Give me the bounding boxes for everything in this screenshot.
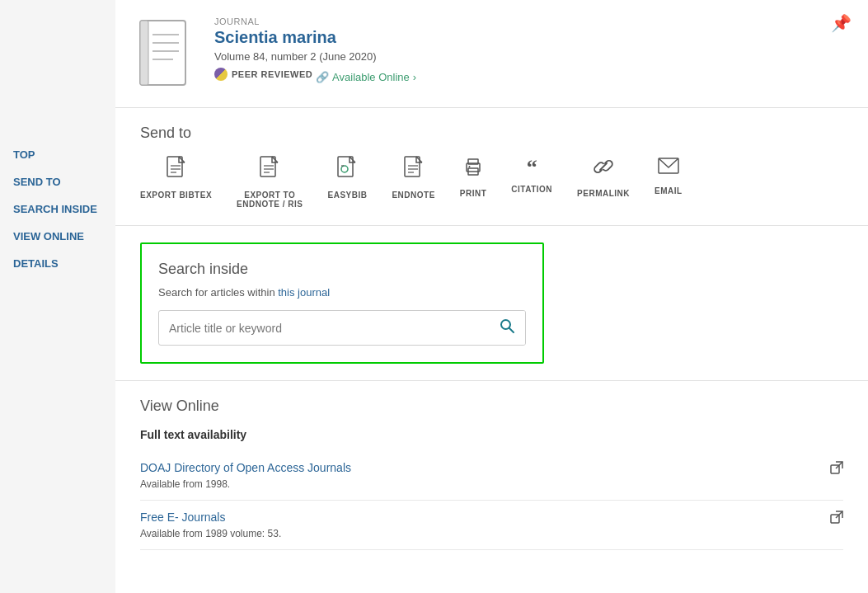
email-icon (657, 155, 680, 181)
export-endnote-label: EXPORT TO ENDNOTE / RIS (237, 191, 303, 209)
citation-icon: “ (527, 155, 537, 180)
send-to-export-bibtex[interactable]: EXPORT BIBTEX (140, 155, 212, 200)
external-link-icon-doaj (830, 461, 843, 477)
send-to-section: Send to EXPORT BIBTEX (115, 108, 868, 226)
online-link-row-doaj: DOAJ Directory of Open Access Journals A… (140, 451, 843, 501)
online-link-row-free-ejournals: Free E- Journals Available from 1989 vol… (140, 501, 843, 550)
search-inside-desc-plain: Search for articles within (158, 286, 278, 299)
search-inside-button[interactable] (489, 311, 525, 345)
permalink-icon (592, 155, 615, 184)
sidebar-item-details[interactable]: DETAILS (13, 257, 102, 270)
endnote-label: ENDNOTE (392, 191, 434, 200)
svg-rect-14 (338, 157, 353, 176)
available-online-link[interactable]: 🔗 Available Online › (316, 71, 416, 83)
journal-info: JOURNAL Scientia marina Volume 84, numbe… (214, 16, 843, 87)
sidebar-item-view-online[interactable]: VIEW ONLINE (13, 230, 102, 242)
export-bibtex-icon (165, 155, 188, 186)
svg-rect-10 (260, 157, 275, 176)
view-online-title: View Online (140, 398, 843, 415)
send-to-permalink[interactable]: PERMALINK (577, 155, 630, 198)
search-inside-input[interactable] (159, 313, 489, 343)
search-inside-journal-link[interactable]: this journal (278, 286, 330, 299)
svg-rect-17 (405, 157, 420, 176)
journal-label: JOURNAL (214, 16, 843, 26)
send-to-print[interactable]: PRINT (460, 155, 487, 198)
search-button-icon (499, 318, 515, 334)
permalink-label: PERMALINK (577, 189, 630, 198)
svg-point-15 (341, 166, 348, 172)
journal-header: JOURNAL Scientia marina Volume 84, numbe… (115, 0, 868, 108)
svg-rect-1 (140, 21, 148, 85)
available-online-text: Available Online (332, 71, 410, 83)
peer-reviewed-icon (214, 68, 228, 81)
search-inside-desc: Search for articles within this journal (158, 286, 526, 299)
search-input-row (158, 310, 526, 346)
search-inside-section: Search inside Search for articles within… (115, 226, 868, 381)
sidebar-item-search-inside[interactable]: SEARCH INSIDE (13, 203, 102, 215)
link-icon: 🔗 (316, 71, 329, 83)
journal-volume: Volume 84, number 2 (June 2020) (214, 50, 843, 63)
pin-icon[interactable]: 📌 (831, 13, 852, 33)
peer-reviewed-text: PEER REVIEWED (232, 69, 312, 79)
online-link-detail-doaj: Available from 1998. (140, 478, 230, 490)
print-label: PRINT (460, 189, 487, 198)
svg-rect-6 (167, 157, 182, 176)
sidebar: TOP SEND TO SEARCH INSIDE VIEW ONLINE DE… (0, 0, 115, 593)
email-label: EMAIL (655, 186, 683, 195)
send-to-endnote[interactable]: ENDNOTE (392, 155, 434, 200)
export-endnote-icon (258, 155, 281, 186)
journal-title: Scientia marina (214, 28, 843, 47)
print-icon (462, 155, 485, 184)
citation-label: CITATION (511, 185, 552, 194)
sidebar-item-send-to[interactable]: SEND TO (13, 176, 102, 188)
view-online-section: View Online Full text availability DOAJ … (115, 381, 868, 567)
easybib-icon (335, 155, 359, 186)
chevron-right-icon: › (413, 71, 416, 83)
send-to-row: EXPORT BIBTEX EXPORT TO ENDNOTE / (140, 155, 843, 209)
online-link-info-doaj: DOAJ Directory of Open Access Journals A… (140, 461, 822, 490)
send-to-citation[interactable]: “ CITATION (511, 155, 552, 194)
search-inside-title: Search inside (158, 261, 526, 278)
easybib-label: EASYBIB (327, 191, 367, 200)
online-link-title-doaj[interactable]: DOAJ Directory of Open Access Journals (140, 461, 822, 474)
svg-line-28 (509, 328, 514, 332)
export-bibtex-label: EXPORT BIBTEX (140, 191, 212, 200)
sidebar-item-top[interactable]: TOP (13, 148, 102, 161)
search-inside-box: Search inside Search for articles within… (140, 242, 544, 364)
svg-point-24 (469, 166, 471, 167)
external-link-icon-free-ejournals (830, 511, 843, 526)
online-link-title-free-ejournals[interactable]: Free E- Journals (140, 511, 822, 524)
peer-reviewed-badge: PEER REVIEWED (214, 68, 312, 81)
send-to-title: Send to (140, 125, 843, 142)
main-content: JOURNAL Scientia marina Volume 84, numbe… (115, 0, 868, 593)
full-text-label: Full text availability (140, 428, 843, 441)
send-to-email[interactable]: EMAIL (655, 155, 683, 195)
send-to-easybib[interactable]: EASYBIB (327, 155, 367, 200)
online-link-info-free-ejournals: Free E- Journals Available from 1989 vol… (140, 511, 822, 539)
send-to-export-endnote[interactable]: EXPORT TO ENDNOTE / RIS (237, 155, 303, 209)
endnote-icon (402, 155, 425, 186)
online-link-detail-free-ejournals: Available from 1989 volume: 53. (140, 528, 281, 539)
book-icon (132, 16, 198, 91)
